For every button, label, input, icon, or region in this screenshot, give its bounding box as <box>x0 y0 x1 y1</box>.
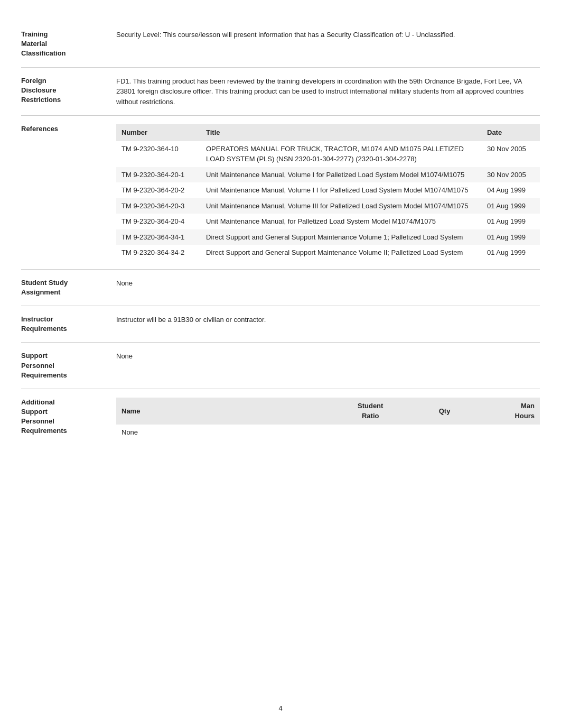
table-row: TM 9-2320-364-20-4 Unit Maintenance Manu… <box>116 214 540 229</box>
ref-number: TM 9-2320-364-10 <box>116 141 201 167</box>
table-row: TM 9-2320-364-20-1 Unit Maintenance Manu… <box>116 167 540 183</box>
ref-date: 01 Aug 1999 <box>482 229 540 245</box>
content-foreign-disclosure: FD1. This training product has been revi… <box>116 76 540 107</box>
ref-date: 01 Aug 1999 <box>482 198 540 214</box>
content-training-material: Security Level: This course/lesson will … <box>116 30 540 59</box>
ref-number: TM 9-2320-364-20-2 <box>116 182 201 198</box>
additional-support-header-row: Name StudentRatio Qty ManHours <box>116 398 540 425</box>
ref-number: TM 9-2320-364-20-4 <box>116 214 201 229</box>
ref-title: Unit Maintenance Manual, Volume I for Pa… <box>201 167 482 183</box>
ref-title: Unit Maintenance Manual, Volume III for … <box>201 198 482 214</box>
table-row: TM 9-2320-364-10 OPERATORS MANUAL FOR TR… <box>116 141 540 167</box>
page-number: 4 <box>0 704 561 712</box>
ref-number: TM 9-2320-364-20-3 <box>116 198 201 214</box>
ref-title: Direct Support and General Support Maint… <box>201 229 482 245</box>
page: Training Material Classification Securit… <box>0 0 561 728</box>
ref-title: Unit Maintenance Manual, for Palletized … <box>201 214 482 229</box>
content-additional-support: Name StudentRatio Qty ManHours None <box>116 398 540 440</box>
ref-title: Direct Support and General Support Maint… <box>201 245 482 261</box>
content-student-study: None <box>116 278 540 297</box>
content-instructor-requirements: Instructor will be a 91B30 or civilian o… <box>116 315 540 334</box>
references-table-header-row: Number Title Date <box>116 124 540 141</box>
section-instructor-requirements: Instructor Requirements Instructor will … <box>21 306 540 342</box>
ref-date: 30 Nov 2005 <box>482 167 540 183</box>
col-header-number: Number <box>116 124 201 141</box>
label-student-study: Student Study Assignment <box>21 278 116 297</box>
section-support-personnel: Support Personnel Requirements None <box>21 342 540 389</box>
table-row: TM 9-2320-364-20-3 Unit Maintenance Manu… <box>116 198 540 214</box>
table-row: None <box>116 425 540 440</box>
label-training-material: Training Material Classification <box>21 30 116 59</box>
col-header-name: Name <box>116 398 328 425</box>
table-row: TM 9-2320-364-20-2 Unit Maintenance Manu… <box>116 182 540 198</box>
references-table: Number Title Date TM 9-2320-364-10 OPERA… <box>116 124 540 261</box>
section-foreign-disclosure: Foreign Disclosure Restrictions FD1. Thi… <box>21 67 540 116</box>
table-row: TM 9-2320-364-34-1 Direct Support and Ge… <box>116 229 540 245</box>
additional-support-table: Name StudentRatio Qty ManHours None <box>116 398 540 440</box>
content-support-personnel: None <box>116 351 540 380</box>
col-header-qty: Qty <box>413 398 476 425</box>
section-additional-support: Additional Support Personnel Requirement… <box>21 389 540 449</box>
col-header-title: Title <box>201 124 482 141</box>
section-training-material: Training Material Classification Securit… <box>21 21 540 67</box>
table-row: TM 9-2320-364-34-2 Direct Support and Ge… <box>116 245 540 261</box>
label-support-personnel: Support Personnel Requirements <box>21 351 116 380</box>
col-header-date: Date <box>482 124 540 141</box>
label-additional-support: Additional Support Personnel Requirement… <box>21 398 116 440</box>
content-references: Number Title Date TM 9-2320-364-10 OPERA… <box>116 124 540 261</box>
label-instructor-requirements: Instructor Requirements <box>21 315 116 334</box>
support-qty <box>413 425 476 440</box>
ref-date: 04 Aug 1999 <box>482 182 540 198</box>
support-name: None <box>116 425 328 440</box>
ref-number: TM 9-2320-364-34-1 <box>116 229 201 245</box>
ref-date: 01 Aug 1999 <box>482 245 540 261</box>
ref-number: TM 9-2320-364-20-1 <box>116 167 201 183</box>
col-header-ratio: StudentRatio <box>328 398 413 425</box>
label-foreign-disclosure: Foreign Disclosure Restrictions <box>21 76 116 107</box>
support-ratio <box>328 425 413 440</box>
ref-date: 01 Aug 1999 <box>482 214 540 229</box>
ref-title: Unit Maintenance Manual, Volume I I for … <box>201 182 482 198</box>
section-student-study: Student Study Assignment None <box>21 269 540 306</box>
col-header-hours: ManHours <box>476 398 540 425</box>
support-hours <box>476 425 540 440</box>
ref-title: OPERATORS MANUAL FOR TRUCK, TRACTOR, M10… <box>201 141 482 167</box>
ref-date: 30 Nov 2005 <box>482 141 540 167</box>
ref-number: TM 9-2320-364-34-2 <box>116 245 201 261</box>
section-references: References Number Title Date TM 9-2320-3… <box>21 115 540 269</box>
label-references: References <box>21 124 116 261</box>
